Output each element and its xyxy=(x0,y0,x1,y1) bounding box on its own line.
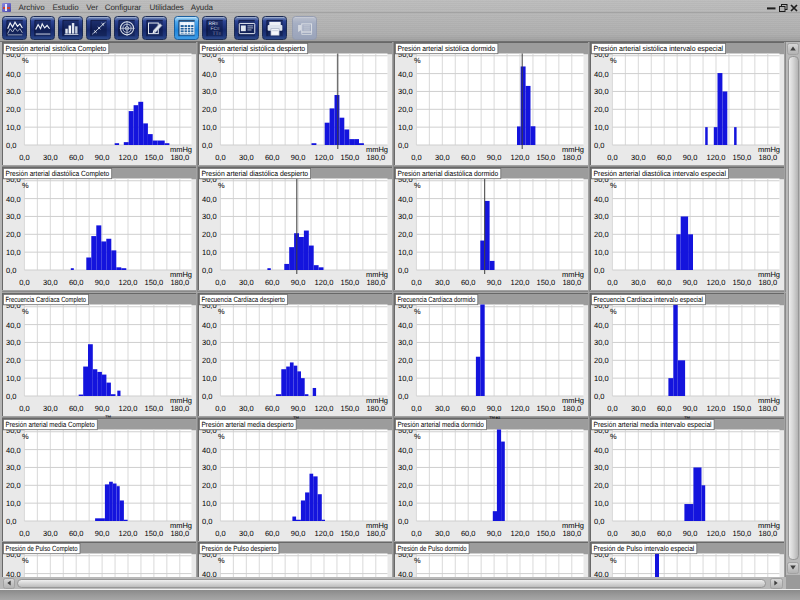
svg-text:mmHg: mmHg xyxy=(366,145,388,154)
svg-text:40,0: 40,0 xyxy=(202,446,217,455)
svg-text:180,0: 180,0 xyxy=(562,153,581,162)
svg-text:mmHg: mmHg xyxy=(562,270,584,279)
svg-text:0,0: 0,0 xyxy=(19,529,29,538)
svg-text:90,0: 90,0 xyxy=(683,529,698,538)
svg-text:150,0: 150,0 xyxy=(537,153,556,162)
svg-text:150,0: 150,0 xyxy=(733,278,752,287)
svg-text:mmHg: mmHg xyxy=(366,396,388,405)
svg-text:mmHg: mmHg xyxy=(170,521,192,530)
svg-text:mmHg: mmHg xyxy=(170,396,192,405)
svg-text:60,0: 60,0 xyxy=(657,153,672,162)
svg-text:30,0: 30,0 xyxy=(6,212,21,221)
svg-text:10,0: 10,0 xyxy=(6,374,21,383)
svg-text:30,0: 30,0 xyxy=(435,529,450,538)
svg-text:Frecuencia Cardíaca despierto: Frecuencia Cardíaca despierto xyxy=(202,295,286,304)
svg-text:40,0: 40,0 xyxy=(594,321,609,330)
svg-text:0,0: 0,0 xyxy=(19,153,29,162)
svg-text:40,0: 40,0 xyxy=(398,321,413,330)
svg-text:Presión arterial sistólica int: Presión arterial sistólica intervalo esp… xyxy=(594,44,724,53)
svg-text:20,0: 20,0 xyxy=(398,356,413,365)
svg-text:180,0: 180,0 xyxy=(758,529,777,538)
svg-text:0,0: 0,0 xyxy=(19,278,29,287)
svg-text:30,0: 30,0 xyxy=(239,278,254,287)
svg-text:0,0: 0,0 xyxy=(6,141,16,150)
svg-text:mmHg: mmHg xyxy=(170,270,192,279)
svg-text:0,0: 0,0 xyxy=(411,278,421,287)
svg-text:20,0: 20,0 xyxy=(6,105,21,114)
svg-text:Presión arterial media Complet: Presión arterial media Completo xyxy=(6,420,95,429)
svg-text:0,0: 0,0 xyxy=(6,517,16,526)
svg-text:%: % xyxy=(414,181,421,190)
svg-text:10,0: 10,0 xyxy=(202,374,217,383)
svg-text:40,0: 40,0 xyxy=(398,569,413,577)
svg-text:150,0: 150,0 xyxy=(341,153,360,162)
svg-text:60,0: 60,0 xyxy=(461,404,476,413)
svg-text:mmHg: mmHg xyxy=(170,145,192,154)
svg-text:0,0: 0,0 xyxy=(202,392,212,401)
svg-text:30,0: 30,0 xyxy=(43,278,58,287)
svg-text:150,0: 150,0 xyxy=(341,529,360,538)
svg-text:Presión arterial sistólica Com: Presión arterial sistólica Completo xyxy=(6,44,107,53)
svg-text:90,0: 90,0 xyxy=(291,529,306,538)
svg-text:10,0: 10,0 xyxy=(594,123,609,132)
svg-text:60,0: 60,0 xyxy=(657,278,672,287)
svg-text:120,0: 120,0 xyxy=(511,404,530,413)
svg-text:30,0: 30,0 xyxy=(594,463,609,472)
svg-text:10,0: 10,0 xyxy=(202,499,217,508)
svg-text:30,0: 30,0 xyxy=(594,87,609,96)
svg-text:10,0: 10,0 xyxy=(594,374,609,383)
svg-text:0,0: 0,0 xyxy=(607,278,617,287)
svg-text:mmHg: mmHg xyxy=(758,145,780,154)
svg-text:90,0: 90,0 xyxy=(683,404,698,413)
svg-text:10,0: 10,0 xyxy=(594,499,609,508)
svg-text:60,0: 60,0 xyxy=(657,404,672,413)
svg-text:90,0: 90,0 xyxy=(291,278,306,287)
svg-text:0,0: 0,0 xyxy=(202,517,212,526)
svg-text:40,0: 40,0 xyxy=(6,446,21,455)
svg-text:30,0: 30,0 xyxy=(631,153,646,162)
svg-text:0,0: 0,0 xyxy=(6,392,16,401)
svg-text:180,0: 180,0 xyxy=(562,529,581,538)
svg-text:180,0: 180,0 xyxy=(758,404,777,413)
svg-text:Presión arterial media despier: Presión arterial media despierto xyxy=(202,420,294,429)
svg-text:10,0: 10,0 xyxy=(202,248,217,257)
svg-text:10,0: 10,0 xyxy=(202,123,217,132)
svg-text:90,0: 90,0 xyxy=(683,278,698,287)
svg-text:%: % xyxy=(610,56,617,65)
svg-text:Presión arterial sistólica des: Presión arterial sistólica despierto xyxy=(202,44,306,53)
svg-text:20,0: 20,0 xyxy=(6,481,21,490)
svg-text:mmHg: mmHg xyxy=(562,145,584,154)
svg-text:60,0: 60,0 xyxy=(265,529,280,538)
svg-text:90,0: 90,0 xyxy=(683,153,698,162)
svg-text:0,0: 0,0 xyxy=(411,404,421,413)
svg-text:0,0: 0,0 xyxy=(202,141,212,150)
svg-text:40,0: 40,0 xyxy=(594,70,609,79)
svg-text:120,0: 120,0 xyxy=(119,529,138,538)
svg-text:90,0: 90,0 xyxy=(487,153,502,162)
svg-text:150,0: 150,0 xyxy=(733,153,752,162)
svg-text:10,0: 10,0 xyxy=(398,374,413,383)
svg-text:mmHg: mmHg xyxy=(562,521,584,530)
svg-text:0,0: 0,0 xyxy=(6,266,16,275)
svg-text:%: % xyxy=(218,555,225,564)
svg-text:40,0: 40,0 xyxy=(6,195,21,204)
svg-text:60,0: 60,0 xyxy=(69,404,84,413)
svg-text:30,0: 30,0 xyxy=(6,463,21,472)
svg-text:Frecuencia Cardíaca Completo: Frecuencia Cardíaca Completo xyxy=(6,295,87,304)
svg-text:180,0: 180,0 xyxy=(562,404,581,413)
svg-text:0,0: 0,0 xyxy=(411,529,421,538)
svg-text:40,0: 40,0 xyxy=(594,195,609,204)
svg-text:30,0: 30,0 xyxy=(398,212,413,221)
svg-text:40,0: 40,0 xyxy=(6,321,21,330)
svg-text:180,0: 180,0 xyxy=(366,278,385,287)
svg-text:40,0: 40,0 xyxy=(398,195,413,204)
svg-text:0,0: 0,0 xyxy=(215,153,225,162)
svg-text:60,0: 60,0 xyxy=(69,278,84,287)
svg-text:Presión arterial diastólica do: Presión arterial diastólica dormido xyxy=(398,169,499,178)
svg-text:30,0: 30,0 xyxy=(435,278,450,287)
svg-text:150,0: 150,0 xyxy=(145,153,164,162)
svg-text:10,0: 10,0 xyxy=(6,499,21,508)
svg-text:0,0: 0,0 xyxy=(398,392,408,401)
svg-text:180,0: 180,0 xyxy=(366,153,385,162)
svg-text:0,0: 0,0 xyxy=(398,141,408,150)
